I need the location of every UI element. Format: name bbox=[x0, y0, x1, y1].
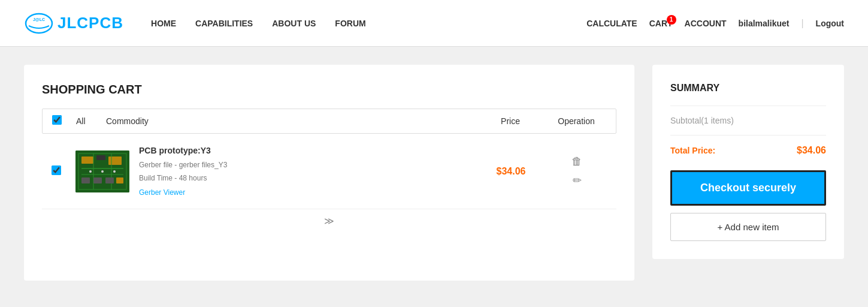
item-price: $34.06 bbox=[475, 166, 547, 177]
summary-title: SUMMARY bbox=[670, 83, 826, 94]
add-item-button[interactable]: + Add new item bbox=[670, 213, 826, 241]
header-left: J@LC JLCPCB HOME CAPABILITIES ABOUT US F… bbox=[24, 0, 376, 47]
svg-rect-11 bbox=[81, 177, 90, 183]
main-content: SHOPPING CART All Commodity Price Operat… bbox=[0, 47, 868, 299]
expand-icon: ≫ bbox=[324, 215, 334, 227]
subtotal-row: Subtotal(1 items) bbox=[670, 116, 826, 125]
gerber-viewer-link[interactable]: Gerber Viewer bbox=[139, 188, 475, 197]
calculate-link[interactable]: CALCULATE bbox=[586, 19, 637, 28]
svg-point-0 bbox=[26, 14, 52, 33]
item-detail-line2: Build Time - 48 hours bbox=[139, 172, 475, 185]
svg-text:J@LC: J@LC bbox=[33, 17, 45, 22]
svg-point-17 bbox=[113, 170, 116, 173]
cart-table-header: All Commodity Price Operation bbox=[42, 109, 616, 134]
all-col-header: All bbox=[76, 116, 106, 126]
svg-rect-12 bbox=[93, 177, 102, 183]
select-all-check-col bbox=[52, 115, 76, 127]
divider: | bbox=[801, 18, 803, 29]
summary-panel: SUMMARY Subtotal(1 items) Total Price: $… bbox=[652, 65, 844, 259]
checkout-button[interactable]: Checkout securely bbox=[670, 170, 826, 206]
item-detail-line1: Gerber file - gerber files_Y3 bbox=[139, 159, 475, 172]
price-col-header: Price bbox=[474, 116, 546, 126]
total-price-label: Total Price: bbox=[670, 146, 715, 155]
svg-rect-5 bbox=[96, 155, 105, 160]
item-name: PCB prototype:Y3 bbox=[139, 146, 475, 155]
commodity-col-header: Commodity bbox=[106, 116, 474, 126]
svg-rect-13 bbox=[105, 177, 114, 183]
subtotal-label: Subtotal(1 items) bbox=[670, 116, 734, 125]
svg-rect-6 bbox=[108, 156, 122, 165]
edit-icon[interactable]: ✏ bbox=[573, 174, 582, 187]
item-info: PCB prototype:Y3 Gerber file - gerber fi… bbox=[139, 146, 475, 197]
table-row: PCB prototype:Y3 Gerber file - gerber fi… bbox=[42, 134, 616, 209]
username-label: bilalmalikuet bbox=[739, 19, 790, 28]
item-image bbox=[75, 151, 129, 192]
nav-item-about-us[interactable]: ABOUT US bbox=[262, 0, 325, 47]
expand-row[interactable]: ≫ bbox=[42, 209, 616, 233]
logo-icon: J@LC bbox=[24, 11, 54, 35]
total-price-value: $34.06 bbox=[797, 145, 826, 156]
total-row: Total Price: $34.06 bbox=[670, 145, 826, 156]
item-check-col bbox=[52, 165, 75, 177]
delete-icon[interactable]: 🗑 bbox=[571, 155, 582, 168]
svg-point-16 bbox=[101, 170, 104, 173]
item-operations: 🗑 ✏ bbox=[547, 155, 607, 187]
cart-title: SHOPPING CART bbox=[42, 83, 616, 97]
svg-rect-14 bbox=[116, 177, 123, 183]
select-all-checkbox[interactable] bbox=[52, 115, 62, 125]
cart-link[interactable]: CART 1 bbox=[649, 19, 673, 28]
item-checkbox[interactable] bbox=[52, 165, 61, 175]
logo[interactable]: J@LC JLCPCB bbox=[24, 11, 123, 35]
svg-rect-4 bbox=[81, 156, 93, 164]
cart-badge: 1 bbox=[667, 15, 676, 25]
cart-panel: SHOPPING CART All Commodity Price Operat… bbox=[24, 65, 634, 281]
operation-col-header: Operation bbox=[546, 116, 606, 126]
account-link[interactable]: ACCOUNT bbox=[685, 19, 727, 28]
nav-item-forum[interactable]: FORUM bbox=[325, 0, 375, 47]
nav-item-capabilities[interactable]: CAPABILITIES bbox=[186, 0, 262, 47]
header-right: CALCULATE CART 1 ACCOUNT bilalmalikuet |… bbox=[586, 18, 844, 29]
svg-point-15 bbox=[89, 170, 92, 173]
header: J@LC JLCPCB HOME CAPABILITIES ABOUT US F… bbox=[0, 0, 868, 47]
summary-divider-mid bbox=[670, 135, 826, 136]
pcb-image-svg bbox=[75, 151, 129, 192]
summary-divider-top bbox=[670, 106, 826, 106]
nav-item-home[interactable]: HOME bbox=[141, 0, 186, 47]
logo-text: JLCPCB bbox=[58, 14, 123, 32]
logout-link[interactable]: Logout bbox=[816, 19, 844, 28]
main-nav: HOME CAPABILITIES ABOUT US FORUM bbox=[141, 0, 376, 47]
